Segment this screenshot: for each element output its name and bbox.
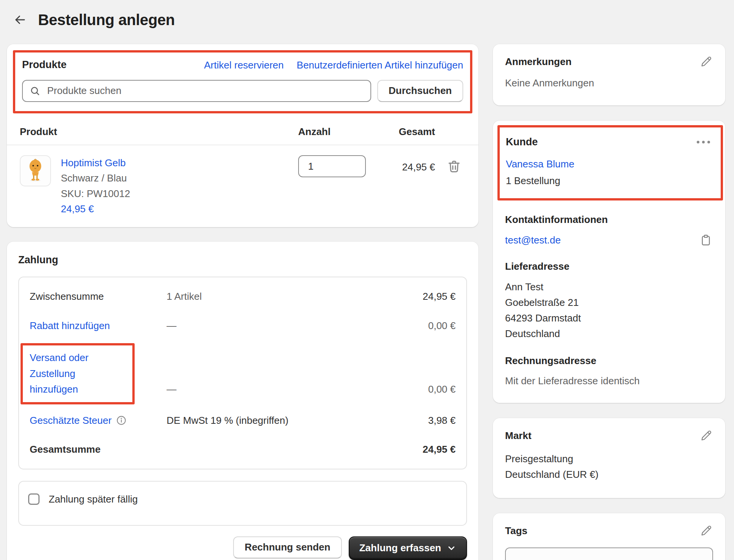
shipping-detail: — (167, 382, 428, 396)
customer-name-link[interactable]: Vanessa Blume (506, 158, 574, 170)
discount-detail: — (167, 319, 428, 332)
grand-total-row: Gesamtsumme 24,95 € (30, 435, 456, 464)
customer-order-count: 1 Bestellung (506, 174, 711, 188)
hoptimist-figure-image (23, 158, 48, 183)
products-card-title: Produkte (22, 58, 67, 72)
discount-value: 0,00 € (428, 319, 456, 332)
add-discount-link[interactable]: Rabatt hinzufügen (30, 320, 110, 331)
market-title: Markt (505, 429, 531, 442)
market-pricing-label: Preisgestaltung (505, 451, 713, 467)
table-row: Hoptimist Gelb Schwarz / Blau SKU: PW100… (20, 145, 466, 216)
send-invoice-button[interactable]: Rechnung senden (233, 536, 342, 558)
capture-payment-button[interactable]: Zahlung erfassen (349, 536, 467, 560)
tax-detail: DE MwSt 19 % (inbegriffen) (167, 414, 428, 427)
shipping-address-block: Lieferadresse Ann Test Goebelstraße 21 6… (505, 259, 713, 342)
products-card: Produkte Artikel reservieren Benutzerdef… (7, 44, 478, 227)
customer-title: Kunde (506, 135, 538, 150)
payment-card-title: Zahlung (18, 253, 467, 267)
tax-value: 3,98 € (428, 414, 456, 427)
tags-card: Tags (493, 513, 725, 560)
edit-notes-button[interactable] (699, 55, 713, 68)
shipping-row: Versand oder Zustellung hinzufügen — 0,0… (30, 340, 456, 406)
browse-products-button[interactable]: Durchsuchen (377, 80, 463, 102)
payment-card: Zahlung Zwischensumme 1 Artikel 24,95 € … (7, 242, 478, 560)
product-thumbnail (20, 155, 51, 186)
estimated-tax-link[interactable]: Geschätzte Steuer (30, 414, 111, 427)
discount-row: Rabatt hinzufügen — 0,00 € (30, 311, 456, 340)
pencil-icon (700, 430, 712, 442)
chevron-down-icon (446, 543, 456, 553)
customer-menu-button[interactable] (696, 137, 711, 147)
copy-email-button[interactable] (699, 233, 713, 247)
payment-due-later-box: Zahlung später fällig (18, 481, 467, 526)
tags-input[interactable] (505, 547, 713, 560)
subtotal-detail: 1 Artikel (167, 290, 423, 303)
payment-due-later-checkbox[interactable] (28, 493, 40, 505)
info-icon[interactable] (116, 415, 127, 426)
product-sku: SKU: PW10012 (61, 186, 130, 201)
delete-line-item-button[interactable] (446, 155, 466, 174)
contact-info-block: Kontaktinformationen test@test.de (505, 213, 713, 247)
payment-summary-box: Zwischensumme 1 Artikel 24,95 € Rabatt h… (18, 277, 467, 469)
shipping-address-line: 64293 Darmstadt (505, 310, 713, 326)
clipboard-icon (699, 234, 712, 247)
grand-total-value: 24,95 € (423, 442, 456, 456)
shipping-address-line: Ann Test (505, 279, 713, 295)
reserve-items-link[interactable]: Artikel reservieren (204, 58, 284, 72)
shipping-address-heading: Lieferadresse (505, 259, 713, 273)
shipping-value: 0,00 € (428, 382, 456, 396)
billing-address-heading: Rechnungsadresse (505, 354, 713, 368)
create-order-page: Bestellung anlegen Produkte Artikel rese… (0, 0, 734, 560)
column-header-total: Gesamt (378, 125, 435, 138)
billing-address-block: Rechnungsadresse Mit der Lieferadresse i… (505, 354, 713, 388)
products-table-header: Produkt Anzahl Gesamt (20, 125, 466, 138)
add-custom-item-link[interactable]: Benutzerdefinierten Artikel hinzufügen (297, 58, 463, 72)
product-search-input[interactable] (46, 84, 364, 97)
grand-total-label: Gesamtsumme (30, 442, 167, 456)
annotation-box-products: Produkte Artikel reservieren Benutzerdef… (13, 50, 472, 113)
market-card: Markt Preisgestaltung Deutschland (EUR €… (493, 418, 725, 498)
row-total: 24,95 € (378, 155, 435, 174)
shipping-address-line: Goebelstraße 21 (505, 295, 713, 310)
back-button[interactable] (13, 13, 27, 27)
products-header-links: Artikel reservieren Benutzerdefinierten … (204, 58, 463, 72)
product-search-field[interactable] (22, 80, 371, 102)
quantity-input[interactable] (298, 155, 366, 177)
tax-row: Geschätzte Steuer DE MwSt 19 % (inbegrif… (30, 406, 456, 435)
tags-title: Tags (505, 524, 527, 538)
subtotal-row: Zwischensumme 1 Artikel 24,95 € (30, 282, 456, 311)
trash-icon (446, 159, 466, 174)
search-icon (30, 86, 40, 96)
subtotal-value: 24,95 € (423, 290, 456, 303)
product-variant: Schwarz / Blau (61, 170, 130, 186)
annotation-box-customer: Kunde Vanessa Blume 1 Bestellung (497, 125, 723, 201)
capture-payment-label: Zahlung erfassen (359, 542, 441, 554)
page-title: Bestellung anlegen (38, 9, 175, 30)
notes-title: Anmerkungen (505, 55, 572, 68)
products-table: Produkt Anzahl Gesamt (13, 113, 472, 217)
market-pricing-value: Deutschland (EUR €) (505, 467, 713, 483)
page-header: Bestellung anlegen (7, 5, 725, 44)
product-title-link[interactable]: Hoptimist Gelb (61, 157, 126, 169)
contact-info-heading: Kontaktinformationen (505, 213, 713, 226)
edit-market-button[interactable] (699, 429, 713, 442)
product-price-link[interactable]: 24,95 € (61, 203, 94, 215)
shipping-address-line: Deutschland (505, 326, 713, 342)
edit-tags-button[interactable] (699, 524, 713, 538)
customer-card: Kunde Vanessa Blume 1 Bestellung Kontakt… (493, 121, 725, 403)
add-shipping-link[interactable]: Versand oder Zustellung hinzufügen (30, 350, 126, 398)
column-header-product: Produkt (20, 125, 287, 138)
notes-empty-text: Keine Anmerkungen (505, 76, 713, 90)
billing-same-text: Mit der Lieferadresse identisch (505, 374, 713, 388)
subtotal-label: Zwischensumme (30, 290, 167, 303)
column-header-quantity: Anzahl (298, 125, 367, 138)
pencil-icon (700, 56, 712, 68)
notes-card: Anmerkungen Keine Anmerkungen (493, 44, 725, 105)
payment-due-later-label: Zahlung später fällig (49, 492, 138, 506)
customer-email-link[interactable]: test@test.de (505, 233, 561, 247)
pencil-icon (700, 525, 712, 537)
back-arrow-icon (13, 13, 27, 27)
annotation-box-shipping: Versand oder Zustellung hinzufügen (21, 343, 135, 404)
